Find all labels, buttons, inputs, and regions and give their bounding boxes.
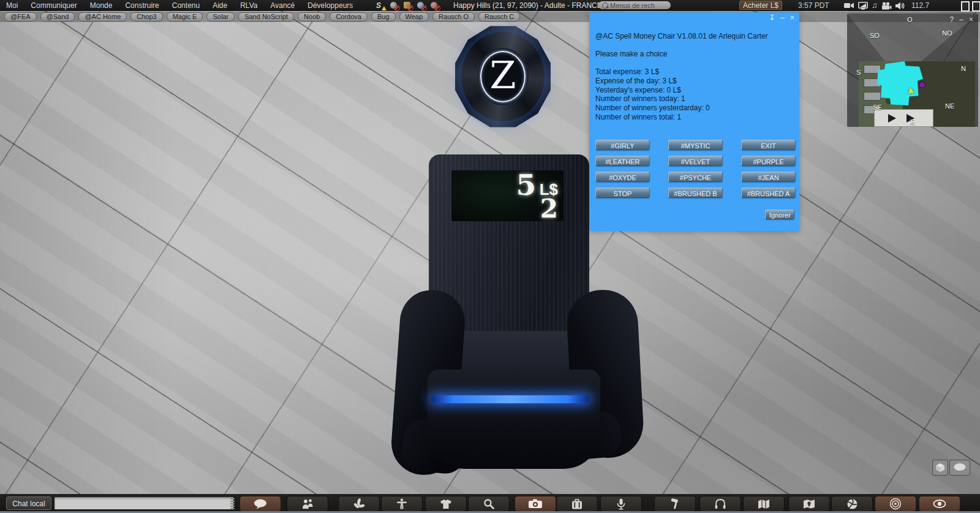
dialog-button-leather[interactable]: #LEATHER — [595, 156, 650, 166]
menu-avance[interactable]: Avancé — [270, 1, 295, 10]
dialog-button-purple[interactable]: #PURPLE — [741, 156, 796, 166]
speaker-icon[interactable] — [895, 2, 905, 10]
tab-noob[interactable]: Noob — [298, 12, 326, 21]
dialog-button-mystic[interactable]: #MYSTIC — [668, 140, 723, 150]
stat-total-expense: Total expense: 3 L$ — [595, 67, 710, 77]
viewer-clock: 3:57 PDT — [798, 1, 829, 10]
top-menubar: Moi Communiquer Monde Construire Contenu… — [0, 0, 980, 11]
dialog-title: @AC Spell Money Chair V1.08.01 de Arlequ… — [595, 32, 768, 40]
camera-icon — [528, 499, 543, 509]
chair-front-panel — [428, 370, 600, 469]
menu-search-box[interactable] — [598, 1, 671, 9]
tab-rausch-o[interactable]: Rausch O — [432, 12, 475, 21]
help-icon[interactable]: ? — [950, 15, 954, 24]
minimize-icon[interactable]: – — [959, 15, 963, 24]
tab-cordova[interactable]: Cordova — [330, 12, 368, 21]
dialog-button-brushed-a[interactable]: #BRUSHED A — [741, 188, 796, 198]
stat-winners-today: Number of winners today: 1 — [595, 94, 710, 104]
minimap-window-controls: ? – × — [950, 15, 973, 24]
bandwidth-value: 112.7 — [911, 1, 929, 10]
no-fly-icon[interactable] — [417, 1, 426, 10]
tab-bug[interactable]: Bug — [371, 12, 396, 21]
minimap-floater[interactable]: ? – × O NO SO S N SE NE E — [847, 13, 978, 127]
toolbar-inventory-button[interactable] — [556, 496, 598, 512]
toolbar-voice-button[interactable]: ✓ — [600, 496, 642, 512]
monitor-icon[interactable] — [858, 2, 868, 10]
tab-chop3[interactable]: Chop3 — [130, 12, 162, 21]
close-icon[interactable]: × — [790, 14, 794, 21]
toolbar-camera-view-button[interactable] — [919, 496, 960, 512]
music-note-icon[interactable]: ♫ — [872, 1, 878, 10]
toolbar-audio-button[interactable] — [699, 496, 741, 512]
dialog-button-jean[interactable]: #JEAN — [741, 172, 796, 182]
tab-weap[interactable]: Weap — [399, 12, 429, 21]
local-chat-button[interactable]: Chat local — [6, 496, 51, 510]
dialog-button-oxyde[interactable]: #OXYDE — [595, 172, 650, 182]
dialog-button-velvet[interactable]: #VELVET — [668, 156, 723, 166]
menu-moi[interactable]: Moi — [6, 1, 18, 10]
menu-monde[interactable]: Monde — [90, 1, 113, 10]
toolbar-build-button[interactable] — [654, 496, 696, 512]
chatbar-resize-grip[interactable] — [230, 497, 235, 509]
dialog-button-exit[interactable]: EXIT — [741, 140, 796, 150]
notification-chiclet[interactable] — [972, 1, 980, 12]
buy-currency-button[interactable]: Acheter L$ — [739, 1, 782, 10]
minimap-terrain[interactable] — [859, 61, 975, 127]
tearoff-icon[interactable]: ↧ — [769, 14, 775, 21]
dialog-button-brushed-b[interactable]: #BRUSHED B — [668, 188, 723, 198]
tab-sand[interactable]: @Sand — [40, 12, 75, 21]
dialog-ignore-button[interactable]: Ignorer — [765, 210, 794, 219]
eye-icon — [933, 500, 946, 508]
cube-icon — [935, 463, 945, 473]
toolbar-map-button[interactable] — [743, 496, 785, 512]
z-logo-object[interactable]: Z — [451, 22, 554, 131]
dialog-button-psyche[interactable]: #PSYCHE — [668, 172, 723, 182]
menu-search-input[interactable] — [610, 2, 665, 9]
script-warning-icon[interactable]: S — [376, 1, 385, 10]
tab-magic-e[interactable]: Magic E — [167, 12, 203, 21]
menu-construire[interactable]: Construire — [125, 1, 159, 10]
dialog-button-stop[interactable]: STOP — [595, 188, 650, 198]
menu-rlva[interactable]: RLVa — [240, 1, 257, 10]
media-controls: ♫ — [844, 1, 905, 10]
people-icon — [301, 499, 314, 509]
toolbar-search-button[interactable] — [468, 496, 510, 512]
chat-hover-button[interactable] — [949, 460, 970, 476]
toolbar-snapshot-button[interactable] — [514, 496, 556, 512]
menu-contenu[interactable]: Contenu — [172, 1, 200, 10]
compass-west: O — [907, 16, 913, 23]
menu-aide[interactable]: Aide — [213, 1, 227, 10]
tab-ac-home[interactable]: @AC Home — [78, 12, 127, 21]
tab-sand-noscript[interactable]: Sand NoScript — [238, 12, 294, 21]
dialog-button-girly[interactable]: #GIRLY — [595, 140, 650, 150]
minimap-white-building — [874, 109, 933, 127]
toolbar-minimap-button[interactable] — [875, 496, 916, 512]
menu-communiquer[interactable]: Communiquer — [31, 1, 77, 10]
compass-east: E — [910, 118, 914, 126]
object-view-button[interactable] — [932, 460, 948, 476]
notification-chiclet[interactable] — [961, 1, 970, 12]
toolbar-chat-button[interactable] — [239, 496, 281, 512]
tab-rausch-c[interactable]: Rausch C — [478, 12, 520, 21]
tab-solar[interactable]: Solar — [206, 12, 235, 21]
toolbar-people-button[interactable] — [287, 496, 328, 512]
toolbar-avatar-button[interactable] — [381, 496, 423, 512]
toolbar-tools-button[interactable] — [338, 496, 380, 512]
toolbar-outfit-button[interactable] — [425, 496, 467, 512]
video-camera-icon[interactable] — [844, 2, 854, 9]
outfit-icon — [440, 499, 452, 509]
no-build-icon[interactable] — [403, 1, 412, 10]
compass-northwest: NO — [942, 29, 952, 37]
no-see-icon[interactable] — [390, 1, 399, 10]
menu-developpeurs[interactable]: Développeurs — [307, 1, 353, 10]
minimize-icon[interactable]: – — [780, 14, 785, 21]
chair-price-screen: 5 L$ 2 — [451, 170, 564, 221]
close-icon[interactable]: × — [969, 15, 973, 24]
chat-input[interactable] — [54, 496, 234, 510]
tab-fea[interactable]: @FEA — [4, 12, 37, 21]
film-camera-icon[interactable] — [881, 2, 892, 10]
toolbar-world-map-button[interactable] — [788, 496, 830, 512]
toolbar-shutter-button[interactable] — [831, 496, 873, 512]
no-push-icon[interactable] — [430, 1, 439, 10]
location-bar[interactable]: Happy Hills (21, 97, 2090) - Adulte - FR… — [453, 1, 609, 10]
